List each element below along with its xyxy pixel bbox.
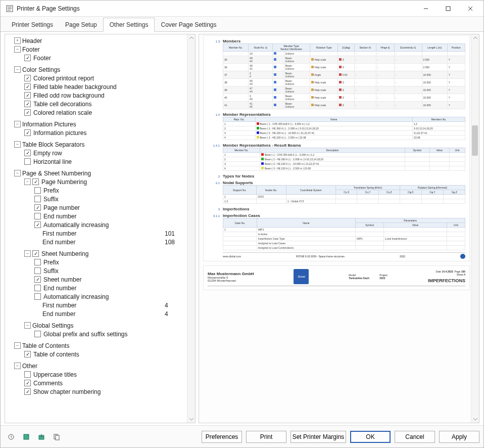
check-pn-end[interactable] [34,213,41,219]
check-colored-report[interactable] [24,75,31,81]
maximize-button[interactable] [437,1,459,16]
opt-toc[interactable]: Table of contents [33,351,195,358]
color-settings-group[interactable]: Color Settings [22,66,195,73]
check-sn-sheet[interactable] [34,276,41,283]
print-button[interactable]: Print [246,431,286,443]
check-pn-prefix[interactable] [34,187,41,194]
preferences-button[interactable]: Preferences [202,431,242,443]
svg-rect-12 [56,435,59,440]
set-margins-button[interactable]: Set Printer Margins [291,431,346,443]
footer-label[interactable]: Footer [33,55,195,62]
check-toc[interactable] [24,351,31,357]
collapse-icon[interactable]: − [14,121,21,127]
tab-page-setup[interactable]: Page Setup [59,18,103,31]
check-pn-suffix[interactable] [34,196,41,202]
collapse-icon[interactable]: − [24,250,31,257]
check-odd-bg[interactable] [24,92,31,99]
footer-check[interactable] [24,55,31,61]
settings-tree[interactable]: +Header −Footer Footer −Color Settings C… [5,34,196,423]
ok-button[interactable]: OK [350,431,391,443]
check-pn-page[interactable] [34,204,41,211]
sheet-numbering-group[interactable]: Sheet Numbering [41,250,195,257]
opt-pn-end[interactable]: End number [43,213,195,220]
opt-pn-page[interactable]: Page number [43,204,195,211]
opt-horiz-line[interactable]: Horizontal line [33,158,195,165]
check-comments[interactable] [24,380,31,386]
check-rel-scale[interactable] [24,109,31,116]
expand-icon[interactable]: + [14,37,21,44]
check-chapter-num[interactable] [24,388,31,395]
collapse-icon[interactable]: − [24,322,31,329]
check-global-prefix[interactable] [34,331,41,337]
opt-uppercase[interactable]: Uppercase titles [33,371,195,378]
check-page-numbering[interactable] [32,178,39,185]
check-uppercase[interactable] [24,371,31,378]
opt-sn-end[interactable]: End number [43,285,195,292]
tab-other-settings[interactable]: Other Settings [103,18,155,32]
opt-pn-prefix[interactable]: Prefix [43,187,195,194]
collapse-icon[interactable]: − [14,141,21,148]
opt-pn-auto[interactable]: Automatically increasing [43,221,195,229]
opt-sn-auto[interactable]: Automatically increasing [43,293,195,300]
opt-sn-sheet[interactable]: Sheet number [43,276,195,283]
save-template-icon[interactable] [20,430,33,443]
check-info-pics[interactable] [24,129,31,136]
check-sn-suffix[interactable] [34,267,41,274]
sec-num-3: 3 [208,208,220,211]
page-sheet-numbering-group[interactable]: Page & Sheet Numbering [22,170,195,177]
header-group[interactable]: Header [22,37,195,44]
close-button[interactable] [459,1,481,16]
window-title: Printer & Page Settings [17,5,415,12]
opt-comments[interactable]: Comments [33,380,195,387]
preview-scroll-thumb[interactable] [472,125,478,156]
check-sn-prefix[interactable] [34,259,41,265]
reset-icon[interactable] [5,430,18,443]
check-sn-end[interactable] [34,285,41,291]
collapse-icon[interactable]: − [14,170,21,176]
table-block-separators-group[interactable]: Table Block Separators [22,141,195,148]
pn-first-label: First number [42,230,165,237]
load-template-icon[interactable] [35,430,48,443]
check-sn-auto[interactable] [34,293,41,300]
opt-info-pics[interactable]: Information pictures [33,129,195,137]
collapse-icon[interactable]: − [14,363,21,369]
tab-cover-page-settings[interactable]: Cover Page Settings [155,18,222,31]
opt-pn-suffix[interactable]: Suffix [43,196,195,203]
apply-button[interactable]: Apply [439,431,479,443]
opt-header-bg[interactable]: Filled table header background [33,83,195,91]
collapse-icon[interactable]: − [14,342,21,349]
opt-odd-bg[interactable]: Filled odd row background [33,92,195,99]
check-horiz-line[interactable] [24,158,31,165]
check-pn-auto[interactable] [34,221,41,228]
opt-sn-suffix[interactable]: Suffix [43,267,195,275]
collapse-icon[interactable]: − [14,66,21,73]
opt-sn-prefix[interactable]: Prefix [43,259,195,266]
toc-group[interactable]: Table of Contents [22,342,195,349]
preview-scrollbar[interactable] [471,34,479,423]
opt-rel-scale[interactable]: Colored relation scale [33,109,195,116]
minimize-button[interactable] [415,1,437,16]
opt-global-prefix[interactable]: Global prefix and suffix settings [43,331,195,338]
opt-colored-report[interactable]: Colored printout report [33,75,195,82]
footer-group[interactable]: Footer [22,46,195,53]
opt-empty-row[interactable]: Empty row [33,150,195,157]
check-header-bg[interactable] [24,83,31,90]
print-preview[interactable]: 1.3Members Member No.Node No. i/j Member… [199,34,479,423]
copy-icon[interactable] [50,430,63,443]
tree-scrollbar[interactable] [187,34,195,423]
result-beams-table: Member No.DescriptionSymbolValueUnit 1Be… [223,148,465,171]
global-settings-group[interactable]: Global Settings [32,322,195,329]
page-numbering-group[interactable]: Page Numbering [41,178,195,186]
collapse-icon[interactable]: − [14,46,21,53]
opt-chapter-num[interactable]: Show chapter numbering [33,388,195,395]
check-sheet-numbering[interactable] [32,250,39,257]
info-pictures-group[interactable]: Information Pictures [22,121,195,128]
company-name: Max Mustermann GmbH [208,272,254,276]
check-empty-row[interactable] [24,150,31,156]
tab-printer-settings[interactable]: Printer Settings [6,18,59,31]
collapse-icon[interactable]: − [24,178,31,185]
other-group[interactable]: Other [22,363,195,370]
check-cell-deco[interactable] [24,101,31,107]
opt-cell-deco[interactable]: Table cell decorations [33,101,195,108]
cancel-button[interactable]: Cancel [395,431,435,443]
